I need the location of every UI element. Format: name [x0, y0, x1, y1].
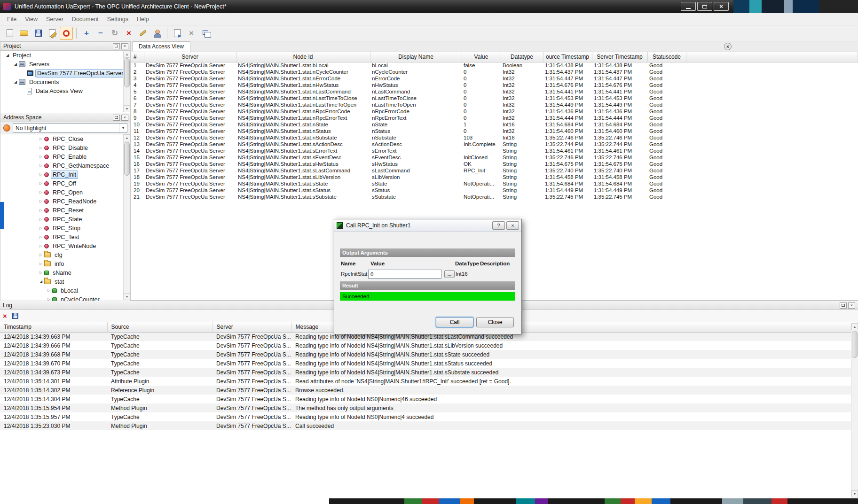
column-header-timestamp[interactable]: Timestamp — [0, 322, 107, 332]
collapsed-expander-icon[interactable]: ▷ — [38, 244, 44, 248]
data-access-row[interactable]: 2DevSim 7577 FreeOpcUa ServerNS4|String|… — [131, 69, 858, 75]
log-row[interactable]: 12/4/2018 1:35:23.030 PMMethod PluginDev… — [0, 421, 858, 430]
data-access-row[interactable]: 20DevSim 7577 FreeOpcUa ServerNS4|String… — [131, 187, 858, 194]
tree-item-rpc-state[interactable]: ▷RPC_State — [0, 215, 130, 224]
expanded-expander-icon[interactable]: ◢ — [12, 80, 19, 84]
disconnect-server-button[interactable] — [60, 27, 73, 40]
data-access-row[interactable]: 5DevSim 7577 FreeOpcUa ServerNS4|String|… — [131, 88, 858, 95]
log-row[interactable]: 12/4/2018 1:34:39.670 PMTypeCacheDevSim … — [0, 359, 858, 368]
column-header--[interactable]: # — [131, 52, 144, 62]
scroll-down-icon[interactable]: ▼ — [124, 293, 130, 300]
tree-item-cfg[interactable]: ▷cfg — [0, 250, 130, 259]
data-access-row[interactable]: 15DevSim 7577 FreeOpcUa ServerNS4|String… — [131, 154, 858, 161]
save-project-button[interactable] — [31, 27, 45, 40]
menu-item-settings[interactable]: Settings — [103, 16, 133, 23]
close-window-button[interactable]: × — [714, 2, 729, 11]
remove-server-button[interactable]: − — [94, 27, 107, 40]
expanded-expander-icon[interactable]: ◢ — [12, 62, 19, 66]
data-access-row[interactable]: 19DevSim 7577 FreeOpcUa ServerNS4|String… — [131, 180, 858, 187]
column-header-server[interactable]: Server — [144, 52, 236, 62]
remove-document-button[interactable]: × — [185, 27, 198, 40]
data-access-row[interactable]: 1DevSim 7577 FreeOpcUa ServerNS4|String|… — [131, 62, 858, 69]
close-tab-button[interactable]: × — [724, 43, 732, 50]
dialog-help-button[interactable]: ? — [492, 221, 505, 230]
tree-item-rpc-open[interactable]: ▷RPC_Open — [0, 188, 130, 197]
collapsed-expander-icon[interactable]: ▷ — [38, 163, 44, 168]
maximize-button[interactable] — [697, 2, 712, 11]
log-scrollbar[interactable]: ▲ ▼ — [851, 323, 858, 497]
collapsed-expander-icon[interactable]: ▷ — [38, 208, 44, 212]
scroll-thumb[interactable] — [124, 142, 130, 176]
log-row[interactable]: 12/4/2018 1:35:14.304 PMTypeCacheDevSim … — [0, 395, 858, 403]
edit-document-button[interactable] — [46, 27, 59, 40]
log-row[interactable]: 12/4/2018 1:35:14.301 PMAttribute Plugin… — [0, 377, 858, 386]
data-access-row[interactable]: 6DevSim 7577 FreeOpcUa ServerNS4|String|… — [131, 95, 858, 101]
collapsed-expander-icon[interactable]: ▷ — [38, 253, 44, 257]
collapsed-expander-icon[interactable]: ▷ — [38, 172, 44, 177]
collapsed-expander-icon[interactable]: ▷ — [38, 226, 44, 230]
clear-log-button[interactable]: × — [3, 312, 7, 320]
address-space-float-button[interactable] — [113, 115, 120, 121]
data-access-row[interactable]: 17DevSim 7577 FreeOpcUa ServerNS4|String… — [131, 167, 858, 174]
collapsed-expander-icon[interactable]: ▷ — [38, 181, 44, 186]
expanded-expander-icon[interactable]: ◢ — [38, 279, 44, 284]
collapsed-expander-icon[interactable]: ▷ — [38, 199, 44, 203]
column-header-display-name[interactable]: Display Name — [370, 52, 462, 62]
data-access-row[interactable]: 4DevSim 7577 FreeOpcUa ServerNS4|String|… — [131, 82, 858, 88]
expanded-expander-icon[interactable]: ◢ — [4, 53, 11, 57]
tree-item-info[interactable]: ▷info — [0, 259, 130, 268]
dialog-close-button[interactable]: × — [506, 221, 519, 230]
arg-value-input[interactable] — [368, 270, 441, 279]
tree-item-data-access-view[interactable]: Data Access View — [0, 86, 130, 95]
column-header-server-timestamp[interactable]: Server Timestamp — [592, 52, 647, 62]
scroll-down-icon[interactable]: ▼ — [851, 490, 858, 497]
tree-item-rpc-test[interactable]: ▷RPC_Test — [0, 233, 130, 241]
data-access-row[interactable]: 9DevSim 7577 FreeOpcUa ServerNS4|String|… — [131, 115, 858, 121]
tree-item-ncyclecounter[interactable]: ▷nCycleCounter — [0, 295, 130, 301]
highlight-dropdown[interactable]: No Highlight ▼ — [13, 123, 127, 133]
log-float-button[interactable] — [840, 302, 847, 309]
menu-item-file[interactable]: File — [3, 16, 21, 23]
scroll-thumb[interactable] — [124, 58, 130, 87]
data-access-row[interactable]: 14DevSim 7577 FreeOpcUa ServerNS4|String… — [131, 147, 858, 154]
data-access-row[interactable]: 10DevSim 7577 FreeOpcUa ServerNS4|String… — [131, 121, 858, 128]
tree-item-rpc-enable[interactable]: ▷RPC_Enable — [0, 152, 130, 161]
collapsed-expander-icon[interactable]: ▷ — [38, 217, 44, 221]
tree-item-rpc-readnode[interactable]: ▷RPC_ReadNode — [0, 197, 130, 206]
collapsed-expander-icon[interactable]: ▷ — [38, 155, 44, 159]
data-access-row[interactable]: 12DevSim 7577 FreeOpcUa ServerNS4|String… — [131, 134, 858, 141]
minimize-button[interactable] — [681, 2, 696, 11]
tree-item-rpc-stop[interactable]: ▷RPC_Stop — [0, 224, 130, 233]
data-access-row[interactable]: 13DevSim 7577 FreeOpcUa ServerNS4|String… — [131, 141, 858, 147]
project-close-button[interactable]: × — [121, 43, 128, 49]
column-header-node-id[interactable]: Node Id — [236, 52, 370, 62]
log-row[interactable]: 12/4/2018 1:35:15.957 PMTypeCacheDevSim … — [0, 412, 858, 421]
column-header-value[interactable]: Value — [462, 52, 501, 62]
log-row[interactable]: 12/4/2018 1:35:15.954 PMMethod PluginDev… — [0, 403, 858, 412]
tree-item-rpc-disable[interactable]: ▷RPC_Disable — [0, 143, 130, 152]
data-access-row[interactable]: 16DevSim 7577 FreeOpcUa ServerNS4|String… — [131, 161, 858, 167]
data-access-row[interactable]: 21DevSim 7577 FreeOpcUa ServerNS4|String… — [131, 194, 858, 200]
scroll-thumb[interactable] — [852, 331, 858, 358]
tree-item-devsim-7577-freeopcua-server[interactable]: DevSim 7577 FreeOpcUa Server — [0, 69, 130, 78]
tree-item-rpc-getnamespace[interactable]: ▷RPC_GetNamespace — [0, 161, 130, 170]
scroll-up-icon[interactable]: ▲ — [124, 51, 130, 58]
tree-item-servers[interactable]: ◢Servers — [0, 60, 130, 69]
tree-item-rpc-close[interactable]: ▷RPC_Close — [0, 134, 130, 143]
tools-button[interactable] — [136, 27, 150, 40]
save-log-button[interactable] — [12, 313, 18, 319]
title-bar[interactable]: Unified Automation UaExpert - The OPC Un… — [0, 0, 858, 13]
tree-item-rpc-init[interactable]: ▷RPC_Init — [0, 170, 130, 179]
collapsed-expander-icon[interactable]: ▷ — [38, 146, 44, 150]
open-project-button[interactable] — [17, 27, 31, 40]
tree-item-rpc-writenode[interactable]: ▷RPC_WriteNode — [0, 241, 130, 250]
address-space-scrollbar[interactable]: ▲ ▼ — [123, 134, 130, 300]
collapsed-expander-icon[interactable]: ▷ — [38, 262, 44, 266]
arg-browse-button[interactable]: ... — [444, 270, 455, 278]
address-space-close-button[interactable]: × — [121, 115, 128, 121]
log-row[interactable]: 12/4/2018 1:34:39.668 PMTypeCacheDevSim … — [0, 350, 858, 359]
project-scrollbar[interactable]: ▲ ▼ — [123, 51, 130, 112]
column-header-source[interactable]: Source — [107, 322, 213, 332]
collapsed-expander-icon[interactable]: ▷ — [38, 271, 44, 275]
tab-data-access-view[interactable]: Data Access View — [132, 41, 190, 52]
